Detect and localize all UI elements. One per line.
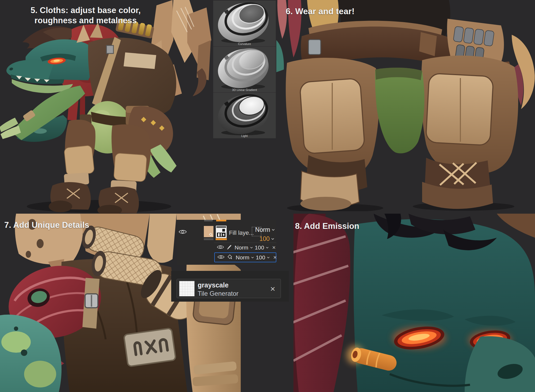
mask-thumb-bar — [204, 238, 213, 240]
step6-label: 6. Wear and tear! — [286, 6, 354, 16]
material-preview-label: 3D Linear Gradient — [213, 88, 276, 91]
chevron-down-icon — [251, 256, 254, 259]
effect-opacity[interactable]: 100 — [256, 254, 265, 261]
chevron-down-icon — [250, 247, 253, 249]
generator-type: Tile Generator — [198, 290, 239, 297]
delete-effect-icon[interactable]: × — [272, 244, 276, 251]
paint-brush-icon — [227, 244, 232, 251]
material-preview-column: Curvature 3D Linear Gradient — [213, 1, 276, 139]
chevron-down-icon — [272, 229, 275, 231]
fill-color-swatch[interactable] — [204, 226, 213, 237]
fill-bucket-icon — [227, 254, 233, 261]
step8-label: 8. Add Emission — [295, 221, 359, 231]
layers-panel: Fill laye... Norm 100 Norm — [177, 220, 276, 265]
right-boot — [422, 158, 493, 209]
layer-visibility-eye-icon[interactable] — [179, 229, 187, 236]
character-face-render — [293, 214, 535, 392]
generator-panel: grayscale Tile Generator × — [171, 271, 289, 302]
effect-layer-row-fill[interactable]: Norm 100 × — [214, 252, 276, 262]
effect-blend-mode[interactable]: Norm — [236, 254, 249, 261]
close-icon[interactable]: × — [270, 284, 275, 294]
step7-label: 7. Add Unique Details — [4, 220, 89, 230]
tutorial-collage: Curvature 3D Linear Gradient — [0, 0, 535, 392]
step5-label: 5. Cloths: adjust base color, roughness … — [5, 5, 166, 26]
grayscale-checker-thumbnail — [179, 281, 194, 296]
right-thigh — [421, 56, 518, 174]
step5-line2: roughness and metalness — [5, 16, 166, 26]
character-hips-render — [276, 0, 535, 211]
chevron-down-icon — [266, 247, 269, 249]
effect-blend-mode[interactable]: Norm — [235, 244, 248, 251]
head-scarf — [293, 214, 350, 392]
chevron-down-icon — [267, 256, 270, 259]
layer-thumbnail[interactable] — [216, 225, 227, 238]
left-thigh — [286, 58, 379, 176]
opacity-dropdown[interactable]: 100 — [259, 235, 274, 243]
effect-visibility-eye-icon[interactable] — [217, 255, 224, 260]
effect-visibility-eye-icon[interactable] — [217, 245, 224, 251]
shoulder-patch — [124, 328, 176, 367]
delete-effect-icon[interactable]: × — [273, 254, 277, 261]
blend-mode-dropdown[interactable]: Norm — [255, 226, 275, 233]
fill-bucket-icon — [208, 233, 213, 237]
character-full-body-render — [0, 0, 213, 214]
effect-opacity[interactable]: 100 — [255, 244, 264, 251]
material-preview-label: Light — [213, 134, 276, 137]
effect-layer-row-paint[interactable]: Norm 100 × — [214, 243, 276, 252]
material-preview-label: Curvature — [213, 42, 276, 45]
left-boot — [300, 155, 367, 211]
generator-name: grayscale — [198, 281, 228, 289]
belly-green — [375, 68, 424, 153]
generator-item[interactable]: grayscale Tile Generator × — [177, 279, 281, 298]
step5-line1: 5. Cloths: adjust base color, — [5, 5, 166, 16]
material-preview-light: Light — [213, 93, 276, 139]
layer-name[interactable]: Fill laye... — [229, 229, 254, 236]
selected-accent-bar — [216, 238, 227, 240]
material-preview-3d-linear-gradient: 3D Linear Gradient — [213, 47, 276, 93]
chevron-down-icon — [271, 238, 274, 240]
material-preview-curvature: Curvature — [213, 1, 276, 47]
fill-layer-row[interactable]: Fill laye... Norm 100 — [177, 221, 276, 243]
right-arm-tan — [186, 248, 241, 392]
